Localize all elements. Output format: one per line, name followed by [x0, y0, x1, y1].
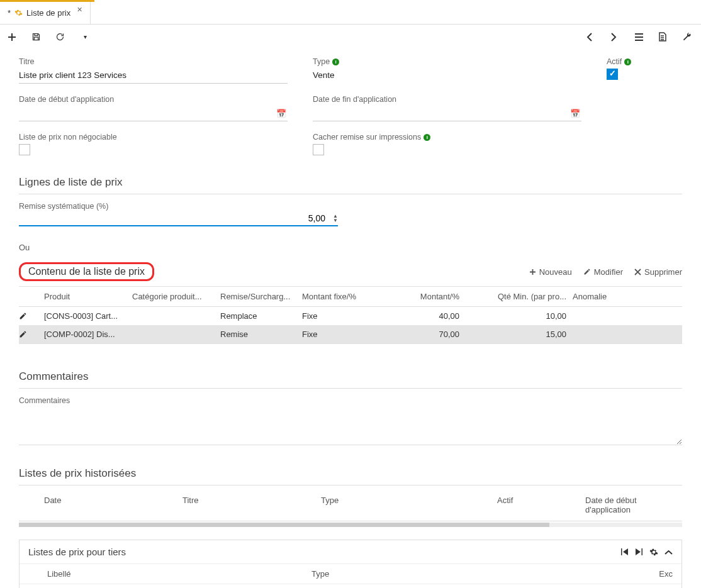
- titre-input[interactable]: Liste prix client 123 Services: [19, 69, 288, 84]
- number-spinner[interactable]: ▲▼: [333, 214, 338, 223]
- gear-icon[interactable]: [649, 548, 658, 557]
- date-debut-input[interactable]: 📅: [19, 106, 288, 121]
- col-remise[interactable]: Remise/Surcharg...: [220, 292, 302, 301]
- next-button[interactable]: [610, 33, 622, 42]
- calendar-icon[interactable]: 📅: [276, 109, 286, 118]
- tab-bar: * Liste de prix ✕: [0, 2, 701, 25]
- tiers-title: Listes de prix pour tiers: [28, 546, 126, 557]
- add-button[interactable]: [8, 33, 19, 42]
- cell-montant: 40,00: [384, 311, 478, 321]
- hist-col-type[interactable]: Type: [321, 496, 497, 514]
- cell-remise: Remise: [220, 330, 302, 339]
- col-montfix[interactable]: Montant fixe/%: [302, 292, 384, 301]
- remise-systematique-input[interactable]: [19, 213, 338, 223]
- date-debut-label: Date de début d'application: [19, 95, 288, 104]
- cell-montfix: Fixe: [302, 311, 384, 321]
- nouveau-button[interactable]: Nouveau: [529, 267, 572, 277]
- type-label: Typei: [313, 57, 581, 66]
- modifier-button[interactable]: Modifier: [583, 267, 623, 277]
- info-icon: i: [423, 134, 430, 141]
- tiers-col-type[interactable]: Type: [311, 569, 648, 579]
- gear-icon: [14, 9, 23, 17]
- col-montant[interactable]: Montant/%: [384, 292, 478, 301]
- cell-qte: 10,00: [478, 311, 573, 321]
- lignes-section-title: Lignes de liste de prix: [19, 169, 682, 194]
- contenu-title: Contenu de la liste de prix: [19, 262, 154, 281]
- tab-liste-de-prix[interactable]: * Liste de prix ✕: [0, 2, 91, 24]
- toolbar: ▾: [0, 25, 701, 50]
- cell-remise: Remplace: [220, 311, 302, 321]
- commentaires-input[interactable]: [19, 408, 682, 445]
- edit-row-icon[interactable]: [19, 312, 44, 320]
- commentaires-label: Commentaires: [19, 396, 682, 405]
- actif-label: Actifi: [607, 57, 682, 66]
- col-qte[interactable]: Qté Min. (par pro...: [478, 292, 573, 301]
- date-fin-input[interactable]: 📅: [313, 106, 581, 121]
- col-produit[interactable]: Produit: [44, 292, 132, 301]
- table-row[interactable]: [COMP-0002] Dis...RemiseFixe70,0015,00: [19, 325, 682, 343]
- skip-back-icon[interactable]: [620, 548, 629, 556]
- col-categorie[interactable]: Catégorie produit...: [132, 292, 220, 301]
- hist-col-date[interactable]: Date: [44, 496, 182, 514]
- tiers-col-libelle[interactable]: Libellé: [47, 569, 311, 579]
- scrollbar[interactable]: [19, 523, 682, 527]
- col-anomalie[interactable]: Anomalie: [573, 292, 682, 301]
- historisees-title: Listes de prix historisées: [19, 460, 682, 485]
- actif-checkbox[interactable]: [607, 69, 618, 80]
- document-button[interactable]: [658, 32, 670, 42]
- hist-col-actif[interactable]: Actif: [497, 496, 585, 514]
- cell-montant: 70,00: [384, 330, 478, 339]
- skip-forward-icon[interactable]: [635, 548, 643, 556]
- chevron-up-icon[interactable]: [665, 550, 673, 555]
- cell-produit: [CONS-0003] Cart...: [44, 311, 132, 321]
- info-icon: i: [624, 58, 631, 65]
- tiers-panel: Listes de prix pour tiers Libellé Type E…: [19, 540, 682, 588]
- cacher-remise-checkbox[interactable]: [313, 144, 324, 155]
- commentaires-title: Commentaires: [19, 363, 682, 389]
- type-value: Vente: [313, 69, 581, 84]
- tab-title: Liste de prix: [26, 8, 70, 18]
- hist-col-titre[interactable]: Titre: [182, 496, 321, 514]
- hist-col-debut[interactable]: Date de début d'application: [585, 496, 682, 514]
- tab-dirty-marker: *: [8, 8, 11, 18]
- date-fin-label: Date de fin d'application: [313, 95, 581, 104]
- cell-produit: [COMP-0002] Dis...: [44, 330, 132, 339]
- info-icon: i: [332, 58, 339, 65]
- tiers-col-exc[interactable]: Exc: [648, 569, 673, 579]
- dropdown-caret[interactable]: ▾: [79, 33, 91, 40]
- close-icon[interactable]: ✕: [77, 6, 82, 14]
- list-view-button[interactable]: [634, 33, 646, 41]
- supprimer-button[interactable]: Supprimer: [634, 267, 682, 277]
- non-negociable-label: Liste de prix non négociable: [19, 133, 288, 141]
- edit-row-icon[interactable]: [19, 330, 44, 338]
- contenu-grid: Produit Catégorie produit... Remise/Surc…: [19, 286, 682, 344]
- prev-button[interactable]: [586, 33, 598, 42]
- wrench-icon[interactable]: [682, 32, 693, 42]
- cell-montfix: Fixe: [302, 330, 384, 339]
- titre-label: Titre: [19, 57, 288, 66]
- ou-separator: Ou: [19, 243, 682, 252]
- cell-qte: 15,00: [478, 330, 573, 339]
- calendar-icon[interactable]: 📅: [570, 109, 580, 118]
- non-negociable-checkbox[interactable]: [19, 144, 30, 155]
- save-button[interactable]: [31, 32, 43, 42]
- cacher-remise-label: Cacher remise sur impressionsi: [313, 133, 581, 141]
- table-row[interactable]: [CONS-0003] Cart...RemplaceFixe40,0010,0…: [19, 307, 682, 325]
- remise-systematique-label: Remise systématique (%): [19, 202, 338, 211]
- refresh-button[interactable]: [55, 32, 67, 42]
